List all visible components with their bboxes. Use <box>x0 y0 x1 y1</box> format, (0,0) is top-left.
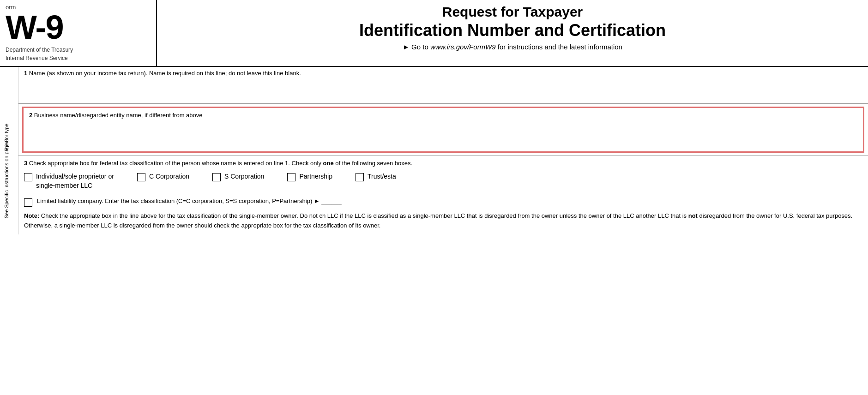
website-text: ► Go to <box>403 43 430 51</box>
field-2-number: 2 <box>29 112 32 119</box>
dept-line2: Internal Revenue Service <box>6 54 151 62</box>
field-1: 1 Name (as shown on your income tax retu… <box>18 67 868 104</box>
website-url: www.irs.gov/FormW9 <box>430 43 496 51</box>
note-text: Note: Check the appropriate box in the l… <box>24 211 862 231</box>
checkbox-individual-box[interactable] <box>24 173 32 181</box>
field-2-label: 2 Business name/disregarded entity name,… <box>29 112 857 119</box>
checkbox-partnership: Partnership <box>287 172 332 181</box>
field-1-description: Name (as shown on your income tax return… <box>29 70 301 77</box>
llc-row: Limited liability company. Enter the tax… <box>24 198 862 207</box>
website-suffix: for instructions and the latest informat… <box>496 43 622 51</box>
note-not: not <box>688 212 698 219</box>
form-content: 1 Name (as shown on your income tax retu… <box>18 67 868 234</box>
title-request: Request for Taxpayer <box>166 4 859 20</box>
checkbox-c-corp-label: C Corporation <box>149 172 189 181</box>
header-section: orm W-9 Department of the Treasury Inter… <box>0 0 868 67</box>
field-1-label: 1 Name (as shown on your income tax retu… <box>24 70 862 77</box>
field-1-number: 1 <box>24 70 27 77</box>
sidebar: Print or type. See Specific Instructions… <box>0 67 18 234</box>
field-3-intro: 3 Check appropriate box for federal tax … <box>24 160 862 167</box>
dept-info: Department of the Treasury Internal Reve… <box>6 46 151 62</box>
header-right: Request for Taxpayer Identification Numb… <box>157 0 868 66</box>
checkbox-partnership-box[interactable] <box>287 173 295 181</box>
field-3-number: 3 <box>24 160 27 167</box>
checkbox-individual-label: Individual/sole proprietor orsingle-memb… <box>36 172 114 190</box>
checkbox-s-corp-box[interactable] <box>212 173 221 181</box>
field-2[interactable]: 2 Business name/disregarded entity name,… <box>22 107 864 153</box>
page-container: orm W-9 Department of the Treasury Inter… <box>0 0 868 395</box>
checkbox-llc-box[interactable] <box>24 198 32 207</box>
llc-label: Limited liability company. Enter the tax… <box>37 198 862 204</box>
note-text-1: Check the appropriate box in the line ab… <box>41 212 688 219</box>
checkbox-s-corp: S Corporation <box>212 172 264 181</box>
note-section: Note: Check the appropriate box in the l… <box>24 211 862 231</box>
checkbox-trust-label: Trust/esta <box>368 172 396 181</box>
header-left: orm W-9 Department of the Treasury Inter… <box>0 0 157 66</box>
checkbox-c-corp: C Corporation <box>137 172 189 181</box>
llc-line: ______ <box>321 198 341 204</box>
checkbox-partnership-label: Partnership <box>299 172 332 181</box>
form-number: W-9 <box>6 11 151 44</box>
checkbox-c-corp-box[interactable] <box>137 173 145 181</box>
checkbox-trust-box[interactable] <box>356 173 364 181</box>
dept-line1: Department of the Treasury <box>6 46 151 54</box>
field-3-suffix: of the following seven boxes. <box>334 160 413 167</box>
checkbox-trust: Trust/esta <box>356 172 396 181</box>
note-label: Note: <box>24 212 39 219</box>
checkbox-individual: Individual/sole proprietor orsingle-memb… <box>24 172 114 190</box>
website-info: ► Go to www.irs.gov/FormW9 for instructi… <box>166 43 859 51</box>
checkboxes-row: Individual/sole proprietor orsingle-memb… <box>24 172 862 190</box>
field-3: 3 Check appropriate box for federal tax … <box>18 156 868 234</box>
title-main: Identification Number and Certification <box>166 20 859 40</box>
field-2-description: Business name/disregarded entity name, i… <box>34 112 203 119</box>
checkbox-s-corp-label: S Corporation <box>224 172 264 181</box>
field-3-intro-text: Check appropriate box for federal tax cl… <box>29 160 323 167</box>
form-body: Print or type. See Specific Instructions… <box>0 67 868 234</box>
sidebar-text2: See Specific Instructions on page 3 <box>4 119 9 239</box>
field-3-bold: one <box>323 160 334 167</box>
llc-label-text: Limited liability company. Enter the tax… <box>37 198 320 204</box>
